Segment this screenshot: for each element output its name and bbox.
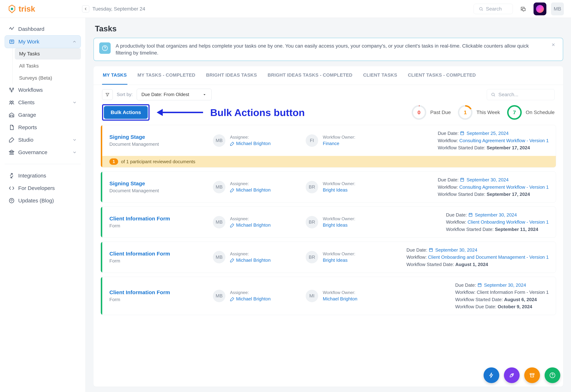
nav-label: Reports (18, 124, 37, 130)
sidebar-divider (5, 164, 81, 164)
fab-launch[interactable] (504, 367, 520, 383)
bulk-actions-button[interactable]: Bulk Actions (104, 106, 148, 119)
assignee-link[interactable]: Michael Brighton (230, 296, 271, 302)
svg-rect-32 (429, 248, 432, 252)
brand-logo-icon (7, 4, 17, 14)
nav-label: Dashboard (18, 26, 45, 32)
tab[interactable]: MY TASKS (102, 66, 127, 85)
svg-line-19 (494, 96, 495, 96)
task-title[interactable]: Client Information Form (109, 216, 213, 222)
global-search[interactable]: Search (474, 4, 513, 14)
toolbar: Sort by: Due Date: From Oldest Search... (93, 85, 563, 104)
nav-mywork[interactable]: My Work (5, 35, 81, 48)
due-date[interactable]: September 25, 2024 (467, 131, 509, 136)
svg-marker-17 (203, 94, 205, 95)
subnav-item[interactable]: My Tasks (15, 48, 81, 59)
tab[interactable]: MY TASKS - COMPLETED (137, 66, 196, 85)
tab[interactable]: CLIENT TASKS (362, 66, 398, 85)
nav-label: Clients (18, 99, 35, 105)
task-card[interactable]: Client Information FormFormMBAssignee: M… (101, 207, 556, 238)
task-card[interactable]: Signing StageDocument ManagementMBAssign… (101, 125, 556, 168)
owner-link[interactable]: Bright Ideas (323, 187, 355, 193)
nav-clients[interactable]: Clients (5, 96, 81, 109)
nav-governance[interactable]: Governance (5, 146, 81, 159)
assistant-icon (536, 5, 544, 13)
close-help-button[interactable] (549, 42, 557, 47)
owner-link[interactable]: Michael Brighton (323, 296, 357, 302)
assignee-link[interactable]: Michael Brighton (230, 222, 271, 228)
task-title[interactable]: Client Information Form (109, 251, 213, 257)
workflow-link[interactable]: Consulting Agreement Workflow - Version … (459, 138, 549, 143)
workflow-link[interactable]: Consulting Agreement Workflow - Version … (459, 184, 549, 190)
nav-garage[interactable]: Garage (5, 109, 81, 121)
task-card[interactable]: Client Information FormFormMBAssignee: M… (101, 277, 556, 315)
due-date[interactable]: September 30, 2024 (435, 247, 477, 253)
owner-link[interactable]: Bright Ideas (323, 222, 355, 228)
svg-rect-42 (531, 375, 534, 377)
dashboard-icon (9, 26, 15, 32)
assignee-link[interactable]: Michael Brighton (230, 141, 271, 146)
fab-quick[interactable] (483, 367, 499, 383)
task-card[interactable]: Client Information FormFormMBAssignee: M… (101, 242, 556, 273)
nav-label: Garage (18, 112, 36, 118)
prev-day-button[interactable] (82, 5, 89, 13)
annotation-highlight: Bulk Actions (102, 104, 150, 121)
counter-red[interactable]: 0Past Due (412, 105, 451, 120)
subnav-item[interactable]: Surveys (Beta) (15, 72, 81, 84)
brand-name: trisk (18, 4, 35, 13)
edit-icon (230, 258, 235, 263)
help-text: A productivity tool that organizes and h… (116, 42, 544, 56)
assignee-link[interactable]: Michael Brighton (230, 187, 271, 193)
counter-green[interactable]: 7On Schedule (507, 105, 555, 120)
owner-link[interactable]: Finance (323, 141, 355, 146)
tab[interactable]: CLIENT TASKS - COMPLETED (407, 66, 477, 85)
task-title[interactable]: Client Information Form (109, 289, 213, 295)
nav-dashboard[interactable]: Dashboard (5, 23, 81, 35)
task-title[interactable]: Signing Stage (109, 181, 213, 187)
user-avatar[interactable]: MB (551, 2, 564, 15)
sort-select[interactable]: Due Date: From Oldest (137, 89, 212, 100)
nav-integrations[interactable]: Integrations (5, 169, 81, 182)
assignee-avatar: MB (213, 134, 225, 147)
assignee-avatar: MB (213, 251, 225, 263)
counter-value: 0 (418, 109, 421, 115)
tab[interactable]: BRIGHT IDEAS TASKS - COMPLETED (267, 66, 353, 85)
task-search[interactable]: Search... (487, 89, 555, 100)
filter-button[interactable] (102, 89, 113, 100)
counter-orange[interactable]: 1This Week (458, 105, 500, 120)
caret-down-icon (202, 92, 207, 97)
due-date[interactable]: September 30, 2024 (484, 282, 526, 288)
governance-icon (9, 149, 15, 155)
nav-studio[interactable]: Studio (5, 134, 81, 146)
owner-link[interactable]: Bright Ideas (323, 257, 355, 263)
fab-archive[interactable] (524, 367, 540, 383)
reports-icon (9, 124, 15, 130)
brand-logo[interactable]: trisk (7, 4, 82, 14)
tab[interactable]: BRIGHT IDEAS TASKS (205, 66, 258, 85)
page-title: Tasks (95, 24, 562, 33)
nav-reports[interactable]: Reports (5, 121, 81, 134)
assistant-button[interactable] (534, 2, 546, 15)
subnav-item[interactable]: All Tasks (15, 60, 81, 72)
nav-updates[interactable]: Updates (Blog) (5, 194, 81, 207)
workflow-link[interactable]: Client Onboarding and Document Managemen… (428, 254, 549, 260)
counter-value: 1 (464, 109, 467, 115)
nav-workflows[interactable]: Workflows (5, 84, 81, 96)
due-date[interactable]: September 30, 2024 (475, 212, 517, 218)
chevron-down-icon (72, 100, 77, 105)
nav-label: Integrations (18, 173, 46, 179)
counter-donut: 1 (458, 105, 472, 120)
assignee-link[interactable]: Michael Brighton (230, 257, 271, 263)
svg-rect-28 (469, 213, 472, 216)
assignee-avatar: MB (213, 181, 225, 193)
messages-button[interactable] (517, 3, 529, 14)
owner-avatar: MI (306, 290, 318, 302)
task-card[interactable]: Signing StageDocument ManagementMBAssign… (101, 171, 556, 203)
nav-developers[interactable]: For Developers (5, 182, 81, 194)
task-title[interactable]: Signing Stage (109, 134, 213, 140)
workflow-link[interactable]: Client Onboarding Workflow - Version 1 (467, 219, 549, 225)
svg-point-8 (11, 91, 12, 92)
nav-label: Workflows (18, 87, 43, 93)
due-date[interactable]: September 30, 2024 (467, 177, 509, 182)
fab-help[interactable] (545, 367, 560, 383)
